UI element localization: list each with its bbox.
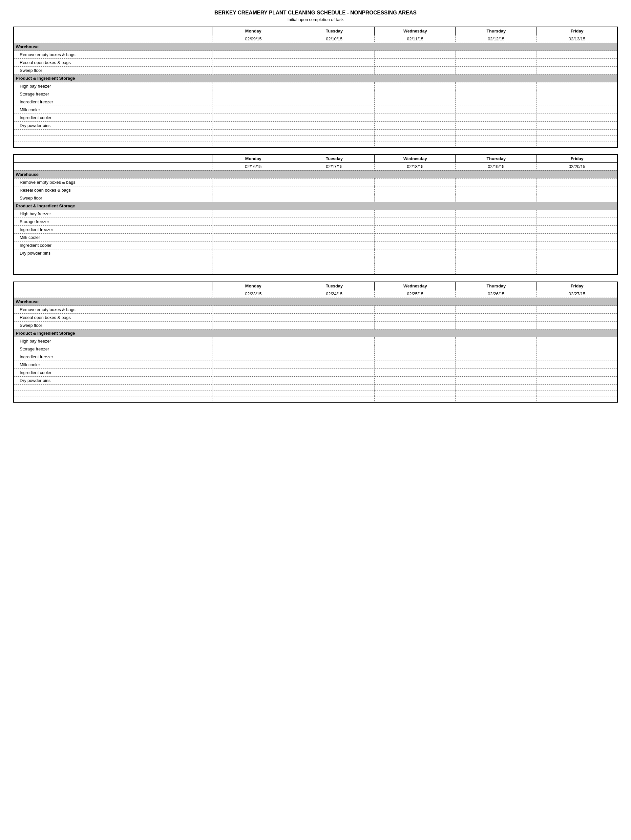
- task-cell[interactable]: [536, 345, 618, 353]
- task-cell[interactable]: [456, 51, 537, 59]
- task-cell[interactable]: [456, 226, 537, 233]
- task-cell[interactable]: [213, 59, 294, 66]
- task-cell[interactable]: [536, 233, 618, 241]
- task-cell[interactable]: [294, 249, 375, 257]
- task-cell[interactable]: [294, 51, 375, 59]
- task-cell[interactable]: [294, 337, 375, 345]
- task-cell[interactable]: [294, 90, 375, 98]
- task-cell[interactable]: [213, 249, 294, 257]
- task-cell[interactable]: [375, 249, 456, 257]
- task-cell[interactable]: [456, 377, 537, 385]
- task-cell[interactable]: [456, 122, 537, 129]
- task-cell[interactable]: [375, 186, 456, 194]
- task-cell[interactable]: [375, 194, 456, 202]
- task-cell[interactable]: [456, 233, 537, 241]
- task-cell[interactable]: [536, 90, 618, 98]
- task-cell[interactable]: [213, 114, 294, 122]
- task-cell[interactable]: [294, 369, 375, 377]
- task-cell[interactable]: [456, 90, 537, 98]
- task-cell[interactable]: [294, 82, 375, 90]
- task-cell[interactable]: [213, 345, 294, 353]
- task-cell[interactable]: [294, 314, 375, 322]
- task-cell[interactable]: [375, 218, 456, 226]
- task-cell[interactable]: [375, 90, 456, 98]
- task-cell[interactable]: [375, 353, 456, 361]
- task-cell[interactable]: [536, 249, 618, 257]
- task-cell[interactable]: [213, 306, 294, 314]
- task-cell[interactable]: [456, 114, 537, 122]
- task-cell[interactable]: [213, 122, 294, 129]
- task-cell[interactable]: [375, 51, 456, 59]
- task-cell[interactable]: [375, 377, 456, 385]
- task-cell[interactable]: [456, 241, 537, 249]
- task-cell[interactable]: [456, 66, 537, 74]
- task-cell[interactable]: [213, 369, 294, 377]
- task-cell[interactable]: [375, 241, 456, 249]
- task-cell[interactable]: [536, 322, 618, 330]
- task-cell[interactable]: [456, 178, 537, 186]
- task-cell[interactable]: [213, 210, 294, 218]
- task-cell[interactable]: [536, 241, 618, 249]
- task-cell[interactable]: [213, 226, 294, 233]
- task-cell[interactable]: [294, 59, 375, 66]
- task-cell[interactable]: [456, 82, 537, 90]
- task-cell[interactable]: [375, 82, 456, 90]
- task-cell[interactable]: [456, 186, 537, 194]
- task-cell[interactable]: [536, 122, 618, 129]
- task-cell[interactable]: [375, 122, 456, 129]
- task-cell[interactable]: [536, 66, 618, 74]
- task-cell[interactable]: [375, 210, 456, 218]
- task-cell[interactable]: [294, 233, 375, 241]
- task-cell[interactable]: [375, 345, 456, 353]
- task-cell[interactable]: [213, 241, 294, 249]
- task-cell[interactable]: [375, 114, 456, 122]
- task-cell[interactable]: [536, 194, 618, 202]
- task-cell[interactable]: [536, 361, 618, 369]
- task-cell[interactable]: [213, 361, 294, 369]
- task-cell[interactable]: [375, 98, 456, 106]
- task-cell[interactable]: [536, 337, 618, 345]
- task-cell[interactable]: [536, 226, 618, 233]
- task-cell[interactable]: [213, 194, 294, 202]
- task-cell[interactable]: [456, 369, 537, 377]
- task-cell[interactable]: [213, 218, 294, 226]
- task-cell[interactable]: [294, 361, 375, 369]
- task-cell[interactable]: [536, 210, 618, 218]
- task-cell[interactable]: [536, 353, 618, 361]
- task-cell[interactable]: [375, 369, 456, 377]
- task-cell[interactable]: [536, 82, 618, 90]
- task-cell[interactable]: [456, 210, 537, 218]
- task-cell[interactable]: [213, 66, 294, 74]
- task-cell[interactable]: [375, 226, 456, 233]
- task-cell[interactable]: [294, 114, 375, 122]
- task-cell[interactable]: [213, 51, 294, 59]
- task-cell[interactable]: [536, 314, 618, 322]
- task-cell[interactable]: [375, 322, 456, 330]
- task-cell[interactable]: [294, 194, 375, 202]
- task-cell[interactable]: [213, 106, 294, 114]
- task-cell[interactable]: [213, 98, 294, 106]
- task-cell[interactable]: [375, 66, 456, 74]
- task-cell[interactable]: [456, 194, 537, 202]
- task-cell[interactable]: [536, 218, 618, 226]
- task-cell[interactable]: [375, 314, 456, 322]
- task-cell[interactable]: [456, 218, 537, 226]
- task-cell[interactable]: [456, 98, 537, 106]
- task-cell[interactable]: [294, 345, 375, 353]
- task-cell[interactable]: [294, 306, 375, 314]
- task-cell[interactable]: [294, 122, 375, 129]
- task-cell[interactable]: [213, 82, 294, 90]
- task-cell[interactable]: [213, 337, 294, 345]
- task-cell[interactable]: [375, 59, 456, 66]
- task-cell[interactable]: [375, 178, 456, 186]
- task-cell[interactable]: [294, 210, 375, 218]
- task-cell[interactable]: [294, 178, 375, 186]
- task-cell[interactable]: [536, 369, 618, 377]
- task-cell[interactable]: [375, 306, 456, 314]
- task-cell[interactable]: [456, 306, 537, 314]
- task-cell[interactable]: [375, 233, 456, 241]
- task-cell[interactable]: [375, 337, 456, 345]
- task-cell[interactable]: [536, 186, 618, 194]
- task-cell[interactable]: [456, 337, 537, 345]
- task-cell[interactable]: [456, 322, 537, 330]
